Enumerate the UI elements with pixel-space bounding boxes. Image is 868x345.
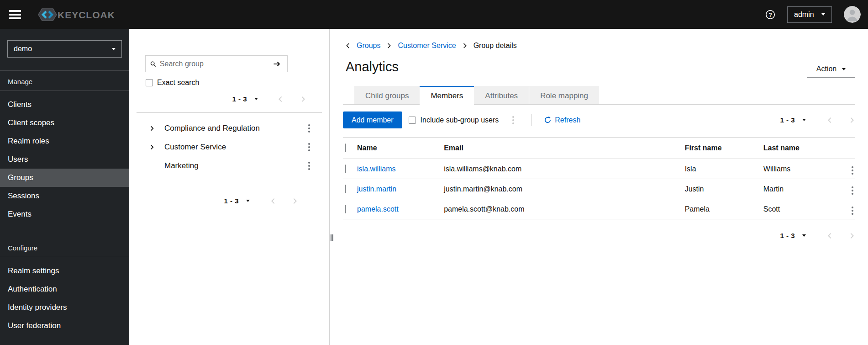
group-detail-tabs: Child groups Members Attributes Role map… <box>343 86 855 105</box>
action-dropdown-button[interactable]: Action <box>807 61 855 78</box>
breadcrumb-back-icon[interactable] <box>345 43 351 48</box>
resizer-grip-icon[interactable] <box>331 234 333 241</box>
previous-page-icon[interactable] <box>270 198 276 204</box>
member-last-name: Williams <box>761 159 837 179</box>
member-name-link[interactable]: pamela.scott <box>357 205 399 213</box>
select-all-checkbox[interactable] <box>345 143 346 152</box>
tree-item-label[interactable]: Customer Service <box>164 143 226 152</box>
row-checkbox[interactable] <box>345 205 346 213</box>
panel-resizer[interactable] <box>330 29 334 345</box>
member-name-link[interactable]: justin.martin <box>357 185 396 193</box>
action-dropdown-label: Action <box>816 65 836 73</box>
sidebar-item-authentication[interactable]: Authentication <box>0 280 129 298</box>
group-details-main: Groups Customer Service Group details An… <box>334 29 868 345</box>
sidebar-item-groups[interactable]: Groups <box>0 169 129 187</box>
refresh-label: Refresh <box>555 116 580 124</box>
tree-item-customer-service[interactable]: Customer Service <box>129 138 329 156</box>
row-kebab-menu-icon[interactable] <box>850 165 855 176</box>
sidebar-item-client-scopes[interactable]: Client scopes <box>0 114 129 132</box>
search-group-input[interactable] <box>160 60 262 68</box>
tree-item-label[interactable]: Compliance and Regulation <box>164 124 260 133</box>
sidebar-item-user-federation[interactable]: User federation <box>0 317 129 335</box>
kebab-menu-icon[interactable] <box>306 122 312 134</box>
realm-selector[interactable]: demo <box>7 40 122 58</box>
tab-members[interactable]: Members <box>420 86 474 104</box>
tree-item-label[interactable]: Marketing <box>164 161 199 170</box>
kebab-menu-icon[interactable] <box>306 160 312 172</box>
pagination-options-caret-icon[interactable] <box>802 234 806 237</box>
pagination-options-caret-icon[interactable] <box>254 98 258 100</box>
previous-page-icon[interactable] <box>826 117 833 123</box>
groups-tree-panel: Exact search 1 - 3 Compliance and Regula… <box>129 29 330 345</box>
previous-page-icon[interactable] <box>277 96 284 102</box>
nav-configure-list: Realm settings Authentication Identity p… <box>0 262 129 335</box>
previous-page-icon[interactable] <box>826 233 833 239</box>
include-subgroups-checkbox[interactable] <box>409 117 416 124</box>
sidebar: demo Manage Clients Client scopes Realm … <box>0 29 129 345</box>
row-kebab-menu-icon[interactable] <box>850 185 855 196</box>
arrow-right-icon <box>273 60 280 68</box>
sidebar-item-identity-providers[interactable]: Identity providers <box>0 298 129 317</box>
row-kebab-menu-icon[interactable] <box>850 205 855 217</box>
tab-attributes[interactable]: Attributes <box>474 86 529 104</box>
exact-search-label: Exact search <box>157 79 199 87</box>
next-page-icon[interactable] <box>849 233 855 239</box>
keycloak-logo: KEYCLOAK <box>34 7 114 22</box>
breadcrumb-separator-icon <box>462 43 468 48</box>
table-row: justin.martin justin.martin@knab.com Jus… <box>343 179 855 199</box>
row-checkbox[interactable] <box>345 165 346 173</box>
exact-search-checkbox[interactable] <box>146 79 153 86</box>
table-row: pamela.scott pamela.scott@knab.com Pamel… <box>343 199 855 219</box>
breadcrumb-customer-service-link[interactable]: Customer Service <box>398 42 456 50</box>
refresh-button[interactable]: Refresh <box>544 116 580 124</box>
table-row: isla.williams isla.williams@knab.com Isl… <box>343 159 855 179</box>
nav-manage-list: Clients Client scopes Realm roles Users … <box>0 96 129 223</box>
breadcrumb: Groups Customer Service Group details <box>343 42 855 50</box>
table-pagination-top: 1 - 3 <box>780 116 855 124</box>
members-toolbar: Add member Include sub-group users Refre… <box>343 111 855 129</box>
kebab-menu-icon[interactable] <box>306 141 312 153</box>
topbar: KEYCLOAK ? admin <box>0 0 868 29</box>
tree-item-marketing[interactable]: Marketing <box>129 156 329 175</box>
column-header-last-name: Last name <box>761 138 837 159</box>
toolbar-kebab-menu-icon[interactable] <box>510 114 516 126</box>
sidebar-item-users[interactable]: Users <box>0 150 129 169</box>
user-menu-label: admin <box>794 11 814 19</box>
search-submit-button[interactable] <box>266 55 288 72</box>
page-title: Analytics <box>346 59 855 74</box>
member-name-link[interactable]: isla.williams <box>357 165 395 173</box>
tree-item-compliance-and-regulation[interactable]: Compliance and Regulation <box>129 119 329 138</box>
sidebar-item-realm-roles[interactable]: Realm roles <box>0 132 129 150</box>
pagination-options-caret-icon[interactable] <box>246 200 250 202</box>
next-page-icon[interactable] <box>849 117 855 123</box>
column-header-actions <box>837 138 855 159</box>
sidebar-item-sessions[interactable]: Sessions <box>0 187 129 205</box>
breadcrumb-groups-link[interactable]: Groups <box>357 42 380 50</box>
help-icon[interactable]: ? <box>765 10 775 20</box>
sidebar-divider <box>0 90 129 91</box>
table-pagination-bottom-row: 1 - 3 <box>343 232 855 239</box>
user-menu-dropdown[interactable]: admin <box>787 6 832 23</box>
pagination-options-caret-icon[interactable] <box>802 119 806 121</box>
add-member-button[interactable]: Add member <box>343 111 402 128</box>
avatar[interactable] <box>844 6 861 23</box>
sidebar-item-events[interactable]: Events <box>0 205 129 223</box>
tree-divider <box>137 112 322 113</box>
expand-chevron-icon[interactable] <box>147 126 157 131</box>
tab-child-groups[interactable]: Child groups <box>354 86 420 104</box>
pagination-range: 1 - 3 <box>224 197 239 205</box>
expand-chevron-icon[interactable] <box>147 144 157 150</box>
tab-role-mapping[interactable]: Role mapping <box>529 86 599 104</box>
next-page-icon[interactable] <box>300 96 306 102</box>
hamburger-menu-icon[interactable] <box>9 10 22 19</box>
sidebar-item-realm-settings[interactable]: Realm settings <box>0 262 129 280</box>
search-icon <box>150 61 156 67</box>
tree-pagination-bottom: 1 - 3 <box>129 197 329 205</box>
tree-pagination-top: 1 - 3 <box>129 95 329 103</box>
table-pagination-bottom: 1 - 3 <box>780 232 855 239</box>
member-first-name: Justin <box>683 179 761 199</box>
sidebar-item-clients[interactable]: Clients <box>0 96 129 114</box>
member-last-name: Martin <box>761 179 837 199</box>
row-checkbox[interactable] <box>345 185 346 193</box>
next-page-icon[interactable] <box>292 198 298 204</box>
